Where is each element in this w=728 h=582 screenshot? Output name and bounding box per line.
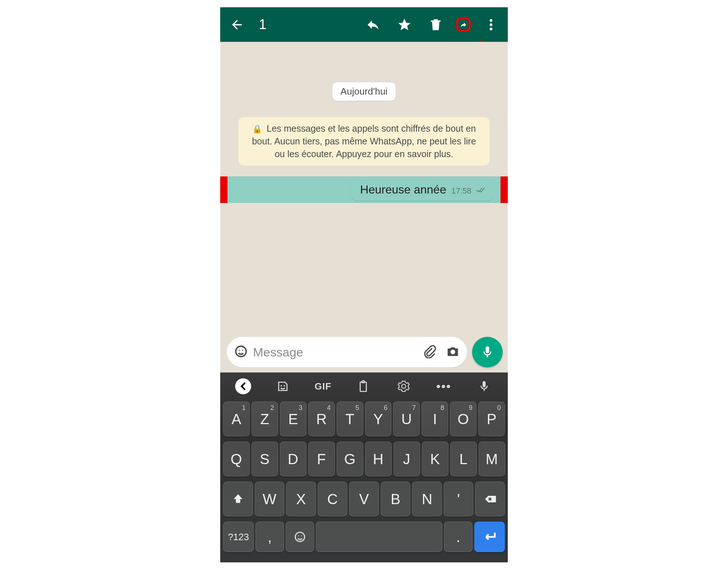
message-text: Heureuse année	[360, 183, 446, 196]
voice-typing-icon[interactable]	[475, 378, 493, 395]
selected-count: 1	[259, 17, 266, 32]
key[interactable]: G	[337, 442, 363, 477]
more-icon[interactable]	[484, 17, 498, 32]
more-keyboard-icon[interactable]: •••	[435, 378, 452, 395]
key-enter[interactable]	[474, 522, 505, 552]
key[interactable]: K	[422, 442, 448, 477]
reply-icon[interactable]	[366, 17, 380, 32]
svg-point-11	[295, 532, 305, 542]
key[interactable]: R4	[308, 402, 335, 436]
key[interactable]: A1	[223, 402, 250, 436]
delete-icon[interactable]	[428, 17, 443, 32]
settings-icon[interactable]	[395, 378, 412, 395]
svg-rect-10	[362, 382, 365, 383]
key-space[interactable]	[316, 522, 442, 552]
key[interactable]: Q	[223, 442, 250, 477]
composer-bar	[220, 334, 508, 372]
key[interactable]: J	[393, 442, 420, 477]
lock-icon: 🔒	[252, 124, 262, 133]
svg-point-4	[236, 346, 246, 357]
date-separator: Aujourd'hui	[332, 82, 396, 101]
emoji-icon[interactable]	[234, 344, 248, 360]
camera-icon[interactable]	[446, 344, 460, 360]
toolbar-actions	[366, 17, 498, 32]
key-emoji[interactable]	[286, 522, 314, 552]
voice-record-button[interactable]	[472, 337, 503, 367]
key[interactable]: V	[349, 482, 379, 517]
keyboard-toolbar: GIF •••	[220, 372, 508, 402]
svg-point-0	[490, 19, 492, 21]
keyboard-collapse-icon[interactable]	[235, 378, 251, 394]
key[interactable]: M	[479, 442, 505, 477]
key[interactable]: L	[450, 442, 477, 477]
star-icon[interactable]	[397, 17, 412, 32]
key[interactable]: Y6	[365, 402, 392, 436]
message-row[interactable]: Heureuse année 17:58	[220, 176, 508, 203]
svg-point-9	[284, 385, 285, 387]
key-period[interactable]: .	[444, 522, 472, 552]
key[interactable]: E3	[280, 402, 306, 436]
key[interactable]: U7	[393, 402, 420, 436]
key[interactable]: H	[365, 442, 392, 477]
forward-icon[interactable]	[456, 17, 471, 32]
encryption-notice[interactable]: 🔒 Les messages et les appels sont chiffr…	[238, 117, 490, 166]
keyboard-row-4: ?123 , .	[220, 522, 508, 552]
svg-point-13	[301, 535, 302, 537]
key[interactable]: X	[286, 482, 316, 517]
message-input[interactable]	[253, 345, 418, 359]
key[interactable]: T5	[337, 402, 363, 436]
encryption-notice-text: Les messages et les appels sont chiffrés…	[252, 123, 476, 159]
read-receipt-icon	[476, 183, 486, 196]
back-button[interactable]	[230, 17, 244, 32]
phone-screen: 1 Aujourd'hui �	[220, 7, 508, 562]
message-time: 17:58	[451, 186, 471, 196]
key-shift[interactable]	[223, 482, 253, 517]
key[interactable]: C	[318, 482, 348, 517]
key[interactable]: O9	[450, 402, 476, 436]
key-symbols[interactable]: ?123	[223, 522, 254, 552]
keyboard-row-1: A1Z2E3R4T5Y6U7I8O9P0	[220, 402, 508, 436]
svg-point-1	[490, 23, 492, 26]
key[interactable]: W	[255, 482, 285, 517]
key[interactable]: N	[412, 482, 442, 517]
selection-toolbar: 1	[220, 7, 508, 42]
key[interactable]: Z2	[252, 402, 278, 436]
svg-point-5	[239, 350, 240, 351]
svg-point-7	[451, 350, 455, 354]
chat-empty-space	[220, 203, 508, 334]
key[interactable]: F	[308, 442, 335, 477]
key-comma[interactable]: ,	[256, 522, 284, 552]
message-compose-box[interactable]	[227, 337, 467, 367]
key-backspace[interactable]	[475, 482, 505, 517]
svg-point-2	[490, 28, 492, 30]
svg-point-6	[242, 350, 243, 351]
key[interactable]: I8	[422, 402, 448, 436]
key[interactable]: '	[444, 482, 474, 517]
on-screen-keyboard: GIF ••• A1Z2E3R4T5Y6U7I8O9P0 QSDFGHJKLM …	[220, 372, 508, 562]
message-bubble[interactable]: Heureuse année 17:58	[351, 179, 493, 201]
chat-area: Aujourd'hui 🔒 Les messages et les appels…	[220, 42, 508, 372]
keyboard-row-3: WXCVBN'	[220, 482, 508, 517]
gif-icon[interactable]: GIF	[314, 378, 332, 395]
key[interactable]: D	[280, 442, 306, 477]
svg-point-8	[281, 385, 282, 387]
attach-icon[interactable]	[423, 344, 436, 360]
sticker-icon[interactable]	[274, 378, 292, 395]
key[interactable]: S	[252, 442, 278, 477]
keyboard-row-2: QSDFGHJKLM	[220, 442, 508, 477]
clipboard-icon[interactable]	[355, 378, 372, 395]
key[interactable]: P0	[478, 402, 505, 436]
svg-point-12	[298, 535, 299, 537]
key[interactable]: B	[381, 482, 411, 517]
